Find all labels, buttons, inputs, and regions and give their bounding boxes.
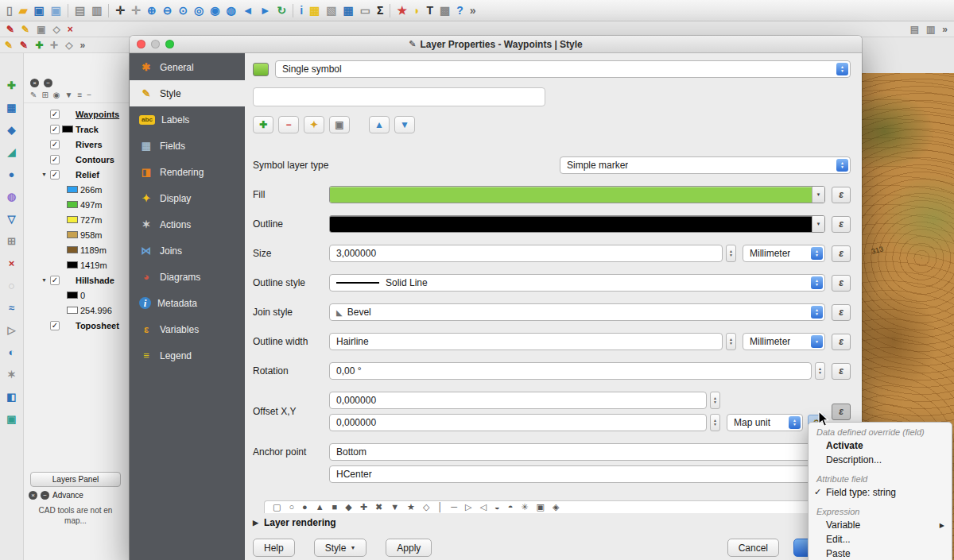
toolbar-icon[interactable]: ✎ <box>5 41 13 50</box>
spinner-icon[interactable]: ▲▼ <box>710 414 720 431</box>
window-control-button[interactable] <box>151 40 160 48</box>
toolbar-icon[interactable]: ▣ <box>51 5 61 16</box>
toolbar-icon[interactable]: ▯ <box>6 5 13 16</box>
toolbar-icon[interactable]: ▤ <box>75 5 85 16</box>
style-menu-button[interactable]: Style ▼ <box>314 539 367 557</box>
preset-marker[interactable]: ■ <box>332 503 338 512</box>
panel-tool-icon[interactable]: ▼ <box>65 91 73 99</box>
preset-marker[interactable]: ◈ <box>553 503 559 512</box>
layer-rendering-section[interactable]: ▶ Layer rendering <box>253 517 851 528</box>
panel-tool-icon[interactable]: ✎ <box>30 91 37 99</box>
symbol-toolbar-button[interactable]: ▣ <box>329 116 350 133</box>
preset-marker[interactable]: ✖ <box>375 503 382 512</box>
toolbar-icon[interactable]: ⊖ <box>163 5 173 16</box>
size-unit-select[interactable]: Millimeter ▲▼ <box>743 245 825 262</box>
preset-marker[interactable]: ✳ <box>521 503 528 512</box>
advanced-label[interactable]: Advance <box>52 491 83 500</box>
symbol-layer-type-select[interactable]: Simple marker ▲▼ <box>560 156 851 174</box>
layer-row[interactable]: ▼ ✓ 266m <box>24 182 129 197</box>
symbol-toolbar-button[interactable]: ✦ <box>304 116 324 133</box>
panel-tool-icon[interactable]: ◉ <box>53 91 60 99</box>
panel-undock-icon[interactable]: − <box>41 491 49 500</box>
preset-marker[interactable]: ▢ <box>273 503 281 512</box>
layers-panel-tab[interactable]: Layers Panel <box>30 472 121 487</box>
layer-checkbox[interactable]: ✓ <box>50 321 60 330</box>
menu-item[interactable]: ✓ Activate ▶ <box>809 438 952 453</box>
disclosure-arrow-icon[interactable]: ▶ <box>253 519 258 527</box>
outline-color-button[interactable]: ▼ <box>329 215 825 233</box>
layer-row[interactable]: ▼ ✓ Hillshade <box>24 272 129 288</box>
toolbar-icon[interactable]: ◆ <box>8 125 16 135</box>
toolbar-icon[interactable]: ◌ <box>9 280 15 291</box>
symbol-tree-box[interactable] <box>253 87 545 106</box>
toolbar-icon[interactable]: ▦ <box>343 5 354 16</box>
toolbar-icon[interactable]: ▦ <box>6 102 16 113</box>
join-style-select[interactable]: ◣ Bevel ▲▼ <box>329 303 825 321</box>
help-button[interactable]: Help <box>253 539 295 557</box>
preset-marker[interactable]: ▲ <box>316 503 324 512</box>
expand-arrow-icon[interactable]: ▼ <box>41 277 48 283</box>
dropdown-arrow-icon[interactable]: ▼ <box>812 216 824 232</box>
toolbar-icon[interactable]: » <box>942 25 948 34</box>
dialog-sidebar-item[interactable]: ✎ Style <box>130 80 245 106</box>
layer-checkbox[interactable]: ✓ <box>50 140 60 149</box>
dialog-sidebar-item[interactable]: abc Labels <box>130 106 245 133</box>
layer-row[interactable]: ▼ ✓ Rivers <box>24 137 129 152</box>
layer-row[interactable]: ▼ ✓ 727m <box>24 212 129 227</box>
toolbar-icon[interactable]: ▩ <box>440 5 450 16</box>
preset-marker[interactable]: ◇ <box>423 503 429 512</box>
rotation-override-button[interactable]: ε <box>832 363 851 380</box>
anchor-v-select[interactable]: Bottom ▲▼ <box>329 443 825 461</box>
toolbar-icon[interactable]: ▤ <box>910 25 919 34</box>
layer-checkbox[interactable]: ✓ <box>50 110 60 119</box>
dropdown-arrow-icon[interactable]: ▼ <box>812 187 824 203</box>
symbol-toolbar-button[interactable]: ✚ <box>253 116 273 133</box>
dialog-sidebar-item[interactable]: ▦ Fields <box>130 133 245 159</box>
menu-item[interactable]: ✓ Description... ▶ <box>809 453 952 467</box>
preset-marker[interactable]: ◒ <box>494 503 500 512</box>
outline-override-button[interactable]: ε <box>832 216 851 233</box>
toolbar-icon[interactable]: ▣ <box>34 5 45 16</box>
toolbar-icon[interactable]: ✎ <box>6 25 14 34</box>
toolbar-icon[interactable]: » <box>470 5 476 16</box>
toolbar-icon[interactable]: ✛ <box>115 5 125 16</box>
toolbar-icon[interactable]: Σ <box>377 5 383 16</box>
preset-marker[interactable]: ─ <box>451 503 457 512</box>
layer-checkbox[interactable]: ✓ <box>50 170 60 180</box>
layer-row[interactable]: ▼ ✓ 958m <box>24 227 129 242</box>
fill-color-button[interactable]: ▼ <box>329 186 825 203</box>
window-control-button[interactable] <box>165 40 174 48</box>
symbol-toolbar-button[interactable]: − <box>278 116 299 133</box>
symbol-toolbar-button[interactable]: ▼ <box>394 116 415 133</box>
toolbar-icon[interactable]: ◧ <box>6 392 16 402</box>
toolbar-icon[interactable]: i <box>300 5 303 16</box>
offset-y-input[interactable]: 0,000000 <box>329 414 707 431</box>
panel-tool-icon[interactable]: ≡ <box>77 91 82 99</box>
preset-marker[interactable]: ◁ <box>480 503 487 512</box>
preset-marker[interactable]: ◆ <box>345 503 351 512</box>
toolbar-icon[interactable]: ▽ <box>8 214 16 224</box>
toolbar-icon[interactable]: ◎ <box>194 5 204 16</box>
toolbar-icon[interactable] <box>390 4 390 17</box>
toolbar-icon[interactable]: ▧ <box>326 5 336 16</box>
fill-override-button[interactable]: ε <box>832 187 851 203</box>
toolbar-icon[interactable]: ◢ <box>8 147 16 157</box>
panel-close-icon[interactable]: × <box>30 79 39 87</box>
offset-x-input[interactable]: 0,000000 <box>329 392 707 409</box>
preset-marker[interactable]: ✚ <box>360 503 367 512</box>
toolbar-icon[interactable]: » <box>80 41 85 50</box>
outline-style-select[interactable]: Solid Line ▲▼ <box>329 274 825 292</box>
toolbar-icon[interactable]: ▦ <box>309 5 320 16</box>
layer-checkbox[interactable]: ✓ <box>50 125 60 134</box>
outline-width-override-button[interactable]: ε <box>832 334 851 350</box>
toolbar-icon[interactable]: ▣ <box>37 25 45 34</box>
toolbar-icon[interactable]: ◗ <box>413 5 420 16</box>
layer-checkbox[interactable]: ✓ <box>50 155 60 164</box>
panel-undock-icon[interactable]: − <box>44 79 52 87</box>
dialog-sidebar-item[interactable]: i Metadata <box>130 290 245 316</box>
toolbar-icon[interactable]: ● <box>9 169 15 180</box>
menu-item[interactable]: ✓ Expression ▶ <box>809 505 952 518</box>
toolbar-icon[interactable]: ⊞ <box>7 236 16 246</box>
size-input[interactable]: 3,000000 <box>329 245 723 262</box>
outline-width-unit-select[interactable]: Millimeter ▼ <box>743 333 825 350</box>
